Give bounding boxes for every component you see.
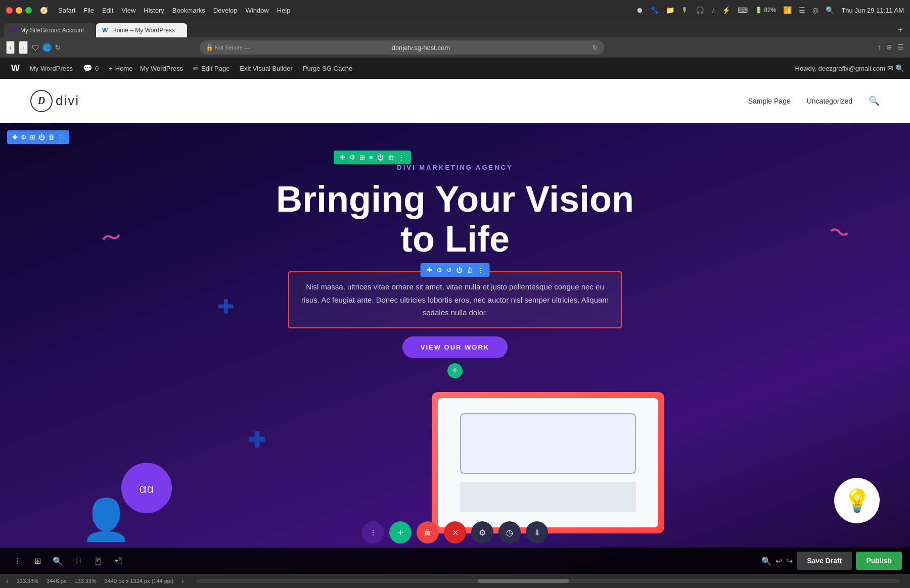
clock-display: Thu Jun 29 11:11 AM [841, 7, 904, 14]
row-more-icon[interactable]: ⋮ [397, 153, 406, 162]
section-duplicate-icon[interactable]: ⊞ [29, 132, 36, 142]
forward-button[interactable]: › [19, 41, 27, 54]
module-delete-icon[interactable]: 🗑 [466, 265, 474, 275]
reload-address-icon[interactable]: ↻ [592, 43, 598, 52]
exit-vb-item[interactable]: Exit Visual Builder [235, 58, 298, 79]
menu-help[interactable]: Help [277, 7, 291, 14]
macos-menu[interactable]: Safari File Edit View History Bookmarks … [58, 7, 290, 14]
back-button[interactable]: ‹ [6, 41, 15, 54]
bottom-close-button[interactable]: ✕ [444, 521, 466, 544]
builder-mobile-icon[interactable]: 📲 [109, 552, 127, 570]
minimize-button[interactable] [16, 7, 22, 14]
site-search-icon[interactable]: 🔍 [869, 95, 880, 107]
section-settings-icon[interactable]: ⚙ [20, 132, 28, 142]
module-settings-icon[interactable]: ⚙ [435, 265, 443, 275]
menu-window[interactable]: Window [245, 7, 268, 14]
section-more-icon[interactable]: ⋮ [57, 132, 65, 142]
publish-button[interactable]: Publish [856, 552, 902, 570]
nav-uncategorized[interactable]: Uncategorized [807, 97, 852, 105]
module-copy-icon[interactable]: ↺ [445, 265, 453, 275]
module-disable-icon[interactable]: ⏻ [455, 265, 464, 275]
menu-bookmarks[interactable]: Bookmarks [172, 7, 205, 14]
macos-right-icons: ⏺ 🐾 📁 🎙 🎧 ♪ ⚡ ⌨ 🔋 82% 📶 ☰ ◎ 🔍 Thu Jun 29… [636, 6, 904, 14]
builder-tablet-icon[interactable]: 📱 [89, 552, 107, 570]
row-disable-icon[interactable]: ⏻ [376, 153, 385, 162]
bottom-layers-button[interactable]: ⬇ [526, 521, 548, 544]
module-add-icon[interactable]: ✚ [426, 265, 433, 275]
zoom-level-2: 133.33% [74, 578, 96, 584]
purge-cache-item[interactable]: Purge SG Cache [298, 58, 357, 79]
menu-view[interactable]: View [121, 7, 135, 14]
close-button[interactable] [6, 7, 13, 14]
search-mac-icon[interactable]: 🔍 [826, 6, 834, 14]
bottom-menu-button[interactable]: ⋮ [362, 521, 384, 544]
menu-edit[interactable]: Edit [102, 7, 113, 14]
search-wp-icon[interactable]: 🔍 [895, 64, 904, 72]
text-module[interactable]: ✚ ⚙ ↺ ⏻ 🗑 ⋮ Nisl massa, ultrices vitae o… [288, 271, 622, 328]
menu-history[interactable]: History [144, 7, 164, 14]
row-settings-icon[interactable]: ⚙ [348, 153, 356, 162]
comments-item[interactable]: 💬 0 [78, 58, 104, 79]
bottom-settings-button[interactable]: ⚙ [471, 521, 493, 544]
module-toolbar[interactable]: ✚ ⚙ ↺ ⏻ 🗑 ⋮ [421, 263, 490, 277]
tab-siteground[interactable]: SG My SiteGround Account [4, 23, 95, 37]
status-back-icon[interactable]: ‹ [6, 577, 9, 585]
browser-sidebar-icon[interactable]: ☰ [897, 43, 904, 52]
menu-develop[interactable]: Develop [213, 7, 238, 14]
browser-share-icon[interactable]: ↑ [877, 43, 881, 52]
module-more-icon[interactable]: ⋮ [476, 265, 485, 275]
row-delete-icon[interactable]: 🗑 [387, 153, 395, 162]
builder-menu-icon[interactable]: ⋮ [8, 552, 26, 570]
new-item[interactable]: + Home – My WordPress [104, 58, 188, 79]
builder-search-bottom-icon[interactable]: 🔍 [49, 552, 67, 570]
my-wordpress-item[interactable]: My WordPress [25, 58, 78, 79]
main-content-area: ✚ ⚙ ⊞ ⏻ 🗑 ⋮ ✚ ⚙ ⊞ ≡ ⏻ 🗑 ⋮ DIVI MARKETING… [0, 123, 910, 574]
row-layout-icon[interactable]: ≡ [368, 153, 374, 162]
divi-d-letter: D [38, 95, 45, 107]
horizontal-scrollbar-thumb[interactable] [478, 579, 569, 583]
cta-button[interactable]: VIEW OUR WORK [402, 336, 508, 358]
bottom-timer-button[interactable]: ◷ [498, 521, 521, 544]
siteground-favicon: SG [10, 27, 17, 34]
section-disable-icon[interactable]: ⏻ [37, 132, 46, 142]
bottom-delete-button[interactable]: 🗑 [417, 521, 439, 544]
siri2-icon: ◎ [812, 6, 818, 14]
bottom-add-button[interactable]: + [389, 521, 412, 544]
builder-desktop-icon[interactable]: 🖥 [69, 552, 87, 570]
headphone-icon: 🎧 [696, 6, 704, 14]
builder-zoom-out-icon[interactable]: ↪ [786, 556, 793, 566]
add-module-button[interactable]: + [447, 363, 463, 378]
bottom-module-controls[interactable]: ⋮ + 🗑 ✕ ⚙ ◷ ⬇ [362, 521, 548, 544]
builder-zoom-search-icon[interactable]: 🔍 [761, 556, 771, 566]
row-add-icon[interactable]: ✚ [339, 153, 346, 162]
zoom-level-1: 133.33% [17, 578, 38, 584]
builder-layers-icon[interactable]: ⊞ [28, 552, 47, 570]
new-tab-button[interactable]: + [894, 25, 906, 35]
comment-bubble-icon: 💬 [83, 64, 93, 73]
status-arrow-icon[interactable]: › [181, 577, 184, 585]
keyboard-icon: ⌨ [738, 6, 748, 14]
section-add-icon[interactable]: ✚ [11, 132, 19, 142]
tab-wordpress[interactable]: W Home – My WordPress [96, 23, 187, 37]
builder-zoom-in-icon[interactable]: ↩ [776, 556, 782, 566]
section-delete-icon[interactable]: 🗑 [47, 132, 56, 142]
row-columns-icon[interactable]: ⊞ [358, 153, 366, 162]
divi-logo: D divi [30, 90, 79, 112]
refresh-icon[interactable]: ↻ [55, 43, 61, 52]
save-draft-button[interactable]: Save Draft [797, 552, 852, 570]
address-bar[interactable]: 🔓 Not Secure — donjetv.sg-host.com ↻ [200, 40, 604, 55]
nav-sample-page[interactable]: Sample Page [748, 97, 791, 105]
menu-safari[interactable]: Safari [58, 7, 75, 14]
controlcenter-icon: ☰ [799, 6, 805, 14]
person-silhouette-decor: 👤 [81, 496, 131, 544]
window-controls[interactable] [6, 7, 32, 14]
fullscreen-button[interactable] [25, 7, 32, 14]
comment-count: 0 [95, 65, 99, 72]
section-toolbar[interactable]: ✚ ⚙ ⊞ ⏻ 🗑 ⋮ [7, 130, 69, 144]
menu-file[interactable]: File [83, 7, 94, 14]
browser-plus-tab-icon[interactable]: ⊕ [886, 43, 892, 52]
edit-page-item[interactable]: ✏ Edit Page [188, 58, 235, 79]
extensions-icon: 🐾 [650, 6, 659, 14]
wp-logo-item[interactable]: W [6, 58, 25, 79]
row-toolbar[interactable]: ✚ ⚙ ⊞ ≡ ⏻ 🗑 ⋮ [334, 151, 411, 164]
